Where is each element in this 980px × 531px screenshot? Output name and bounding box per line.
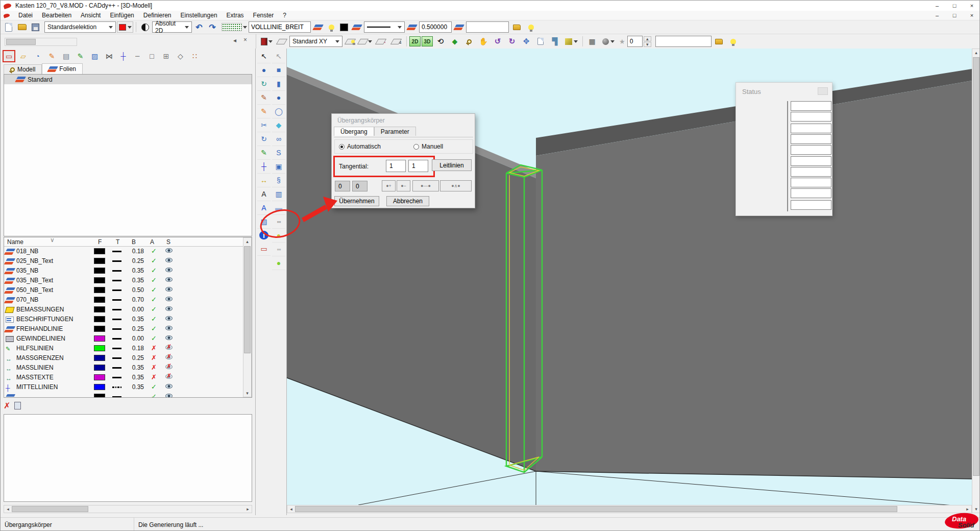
plane-light-button[interactable] [344,35,357,47]
tab-uebergang[interactable]: Übergang [334,127,374,136]
projection-mode-button[interactable] [139,21,151,33]
render-button[interactable]: ▜ [548,35,561,47]
plane-list-button[interactable] [358,35,373,47]
assign-linestyle-layer-button[interactable] [406,21,418,33]
layer-color-swatch[interactable] [94,248,105,254]
layer-color-swatch[interactable] [94,306,105,312]
status-field[interactable] [791,134,831,144]
panel-mini-scrollbar[interactable] [5,38,77,46]
iso-box-icon[interactable]: ◇ [174,50,187,62]
layer-color-swatch[interactable] [94,335,105,342]
layer-row[interactable]: BESCHRIFTUNGEN0.35✓ [4,315,244,324]
layer-row[interactable]: BEMASSUNGEN0.00✓ [4,305,244,315]
scroll-left-icon[interactable]: ◂ [4,505,12,513]
menu-fenster[interactable]: Fenster [249,11,279,19]
connector-icon[interactable]: ⊞ [160,50,173,62]
layer-table-scrollbar[interactable]: ▴ ▾ [243,237,252,397]
count-field-2[interactable] [352,181,368,191]
apply-button[interactable]: Übernehmen [334,196,379,206]
assign-layer-button[interactable] [312,21,324,33]
layer-linestyle[interactable] [112,367,121,369]
view-2d-button[interactable]: 2D [409,36,421,46]
mdi-close-button[interactable]: × [963,11,980,19]
group-button[interactable] [510,21,523,33]
status-field[interactable] [791,167,831,177]
scroll-up-icon[interactable]: ▴ [243,238,251,245]
layer-linestyle[interactable] [112,377,121,378]
status-field[interactable] [791,188,831,198]
menu-datei[interactable]: Datei [14,11,37,19]
column-header-b[interactable]: B [132,238,136,246]
layer-active-check[interactable]: ✓ [151,325,157,332]
menu-extras[interactable]: Extras [222,11,249,19]
group-name-input[interactable] [466,21,509,33]
layer-active-cross[interactable]: ✗ [151,364,157,371]
spheres-small-icon[interactable]: ●● [272,243,285,256]
status-panel-button[interactable] [818,87,828,95]
info-icon[interactable]: i [259,231,268,240]
selection-color-button[interactable] [117,21,133,33]
layer-row[interactable]: MASSLINIEN0.35✗✗ [4,363,244,373]
column-header-s[interactable]: S [166,238,170,246]
spin-up-button[interactable]: ▴ [644,36,651,41]
layer-row[interactable]: MASSTEXTE0.35✗✗ [4,373,244,382]
rotate-right-button[interactable]: ↻ [505,35,519,47]
dock-close-button[interactable]: × [243,36,247,43]
slab-icon[interactable]: ▬ [272,201,285,215]
eraser-icon[interactable]: ▭ [3,50,15,62]
layer-linestyle[interactable] [112,319,121,320]
layer-linestyle[interactable] [112,396,121,397]
point-number-input[interactable] [627,36,643,47]
maximize-button[interactable]: □ [946,1,963,10]
tab-parameter[interactable]: Parameter [374,127,416,136]
save-button[interactable] [29,21,41,33]
spheres-icon[interactable]: ●● [272,215,285,229]
layer-active-cross[interactable]: ✗ [151,354,157,361]
layer-row[interactable]: MASSGRENZEN0.25✗✗ [4,353,244,363]
coil-icon[interactable]: § [272,174,285,187]
spin-down-button[interactable]: ▾ [644,42,651,47]
layer-linestyle[interactable] [112,270,121,272]
tree-item-standard[interactable]: Standard [4,75,252,84]
sphere-yellow-icon[interactable]: ● [272,229,285,243]
layer-active-check[interactable]: ✓ [151,257,157,264]
selection-mode-select[interactable]: Standardselektion [44,21,116,33]
layer-linestyle[interactable] [112,357,121,359]
tangential-input-2[interactable] [408,160,428,172]
cursor-arrow-icon[interactable]: ↖ [272,50,285,63]
cylinder-icon[interactable]: ▮ [272,77,285,91]
layer-color-swatch[interactable] [94,326,105,332]
select-arrow-icon[interactable]: ↖ [257,50,271,63]
layer-linestyle[interactable] [112,338,121,340]
material-sphere-button[interactable] [600,35,617,47]
open-file-button[interactable] [16,21,28,33]
status-field[interactable] [791,156,831,166]
tab-folien[interactable]: Folien [42,63,83,74]
zoom-page-button[interactable] [534,35,547,47]
status-field[interactable] [791,200,831,210]
layer-active-check[interactable]: ✓ [151,267,157,274]
clipboard-icon[interactable] [14,402,21,409]
profile-loop-icon[interactable]: ∞ [272,132,285,146]
undo-button[interactable]: ↶ [193,21,205,33]
group-light-button[interactable] [524,21,537,33]
orbit-icon[interactable]: ↻ [257,77,271,91]
menu-?[interactable]: ? [278,11,291,19]
layer-row[interactable]: 018_NB0.18✓ [4,247,244,256]
sphere-green-icon[interactable]: ● [272,256,285,270]
layer-color-swatch[interactable] [94,268,105,274]
plane-edit-button[interactable]: ✎ [374,35,388,47]
layer-row[interactable]: GEWINDELINIEN0.00✓ [4,334,244,344]
layer-linestyle[interactable] [112,328,121,330]
node-edit-icon[interactable]: ✎ [257,91,271,105]
view-3d-button[interactable]: 3D [422,36,433,46]
status-field[interactable] [791,124,831,133]
shade-mode-button[interactable] [562,35,580,47]
column-header-f[interactable]: F [98,238,102,246]
clock-icon[interactable]: ◔ [31,50,44,62]
tangential-input-1[interactable] [386,160,406,172]
label-icon[interactable]: A [257,187,271,201]
viewport-3d[interactable]: Status Übergangskörper Übergang Paramete… [287,49,972,505]
layer-linestyle[interactable] [112,299,121,301]
dash-lines-icon[interactable]: ┄ [131,50,144,62]
